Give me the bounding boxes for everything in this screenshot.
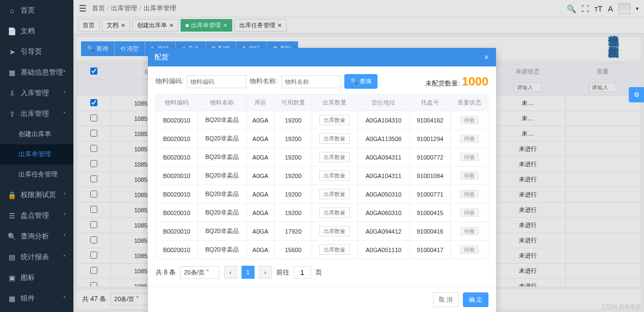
cell-zone: A0GA: [246, 148, 274, 167]
cell-code: B0020010: [156, 204, 198, 222]
name-input[interactable]: [281, 75, 341, 88]
mcol-6: 托盘号: [410, 95, 450, 111]
out-qty-input[interactable]: [319, 226, 350, 236]
status-tag: 待验: [460, 190, 479, 198]
code-label: 物料编码:: [156, 77, 183, 86]
watermark: CSDN @闲闲君: [602, 303, 641, 311]
cell-name: BQ20非卖品: [197, 148, 246, 167]
modal-mask: 配货 ✕ 物料编码: 物料名称: 🔍 查询 未配货数量: 1000 物料编码物料…: [0, 0, 644, 312]
modal-search-row: 物料编码: 物料名称: 🔍 查询 未配货数量: 1000: [156, 74, 488, 89]
goto-label: 前往: [276, 268, 289, 277]
confirm-button[interactable]: 确 定: [463, 292, 488, 307]
status-tag: 待验: [460, 153, 479, 161]
cell-loc: A0GA113508: [357, 130, 410, 148]
cell-code: B0020010: [156, 185, 198, 204]
out-qty-input[interactable]: [319, 244, 350, 255]
cell-pallet: 91001084: [410, 167, 450, 185]
modal-row: B0020010BQ20非卖品A0GA19200A0GA060310910004…: [156, 204, 488, 222]
cell-name: BQ20非卖品: [197, 222, 246, 241]
pager-next-button[interactable]: ›: [259, 266, 272, 279]
modal-row: B0020010BQ20非卖品A0GA19200A0GA113508910012…: [156, 130, 488, 148]
modal-title: 配货: [154, 52, 169, 62]
cell-pallet: 91000416: [410, 222, 450, 241]
cell-avail: 19200: [274, 185, 312, 204]
mcol-4: 出库数量: [312, 95, 358, 111]
out-qty-input[interactable]: [319, 133, 350, 144]
settings-fab[interactable]: ⚙: [629, 87, 644, 102]
out-qty-input[interactable]: [319, 152, 350, 162]
modal-footer: 取 消 确 定: [148, 286, 496, 312]
cell-loc: A0GA051110: [357, 241, 410, 259]
cell-loc: A0GA094311: [357, 148, 410, 167]
cell-name: BQ20非卖品: [197, 204, 246, 222]
cell-zone: A0GA: [246, 204, 274, 222]
out-qty-input[interactable]: [319, 115, 350, 125]
cell-name: BQ20非卖品: [197, 167, 246, 185]
modal-table: 物料编码物料名称库区可用数量出库数量货位地址托盘号质量状态 B0020010BQ…: [156, 94, 488, 259]
cell-name: BQ20非卖品: [197, 241, 246, 259]
cell-zone: A0GA: [246, 167, 274, 185]
allocate-modal: 配货 ✕ 物料编码: 物料名称: 🔍 查询 未配货数量: 1000 物料编码物料…: [148, 48, 496, 312]
cell-code: B0020010: [156, 222, 198, 241]
mcol-3: 可用数量: [274, 95, 312, 111]
modal-pager: 共 8 条 20条/页 ˅ ‹ 1 › 前往 页: [156, 266, 488, 279]
modal-row: B0020010BQ20非卖品A0GA17920A0GA094412910004…: [156, 222, 488, 241]
cell-avail: 17920: [274, 222, 312, 241]
cell-code: B0020010: [156, 241, 198, 259]
modal-pager-size[interactable]: 20条/页 ˅: [180, 266, 219, 279]
cell-name: BQ20非卖品: [197, 130, 246, 148]
cell-zone: A0GA: [246, 185, 274, 204]
out-qty-input[interactable]: [319, 207, 350, 218]
cell-zone: A0GA: [246, 222, 274, 241]
out-qty-input[interactable]: [319, 189, 350, 199]
gear-icon: ⚙: [634, 91, 640, 99]
close-icon[interactable]: ✕: [484, 53, 490, 62]
cancel-button[interactable]: 取 消: [433, 292, 459, 307]
mcol-0: 物料编码: [156, 95, 198, 111]
modal-header: 配货 ✕: [148, 48, 496, 66]
cell-pallet: 91000772: [410, 148, 450, 167]
status-tag: 待验: [460, 134, 479, 143]
cell-name: BQ20非卖品: [197, 185, 246, 204]
cell-code: B0020010: [156, 130, 198, 148]
cell-loc: A0GA050310: [357, 185, 410, 204]
cell-avail: 19200: [274, 130, 312, 148]
cell-loc: A0GA060310: [357, 204, 410, 222]
cell-zone: A0GA: [246, 241, 274, 259]
cell-avail: 19200: [274, 204, 312, 222]
cell-code: B0020010: [156, 111, 198, 130]
pager-page-1[interactable]: 1: [242, 266, 255, 279]
modal-row: B0020010BQ20非卖品A0GA19200A0GA104311910010…: [156, 167, 488, 185]
status-tag: 待验: [460, 209, 479, 217]
modal-pager-total: 共 8 条: [156, 268, 176, 277]
cell-zone: A0GA: [246, 130, 274, 148]
unassigned-qty: 未配货数量: 1000: [425, 75, 488, 89]
cell-loc: A0GA104311: [357, 167, 410, 185]
modal-row: B0020010BQ20非卖品A0GA19200A0GA104310910041…: [156, 111, 488, 130]
cell-zone: A0GA: [246, 111, 274, 130]
name-label: 物料名称:: [250, 77, 277, 86]
modal-row: B0020010BQ20非卖品A0GA19200A0GA050310910007…: [156, 185, 488, 204]
status-tag: 待验: [460, 172, 479, 180]
out-qty-input[interactable]: [319, 170, 350, 181]
cell-loc: A0GA104310: [357, 111, 410, 130]
cell-pallet: 91001294: [410, 130, 450, 148]
mcol-2: 库区: [246, 95, 274, 111]
status-tag: 待验: [460, 116, 479, 124]
cell-pallet: 91000771: [410, 185, 450, 204]
code-input[interactable]: [187, 75, 246, 88]
modal-query-button[interactable]: 🔍 查询: [344, 74, 377, 89]
mcol-7: 质量状态: [450, 95, 488, 111]
modal-row: B0020010BQ20非卖品A0GA19200A0GA094311910007…: [156, 148, 488, 167]
goto-input[interactable]: [294, 266, 311, 279]
cell-code: B0020010: [156, 148, 198, 167]
mcol-1: 物料名称: [197, 95, 246, 111]
status-tag: 待验: [460, 227, 479, 235]
cell-pallet: 91000415: [410, 204, 450, 222]
pager-prev-button[interactable]: ‹: [224, 266, 237, 279]
cell-pallet: 91004162: [410, 111, 450, 130]
cell-name: BQ20非卖品: [197, 111, 246, 130]
cell-avail: 19200: [274, 111, 312, 130]
cell-avail: 15600: [274, 241, 312, 259]
mcol-5: 货位地址: [357, 95, 410, 111]
